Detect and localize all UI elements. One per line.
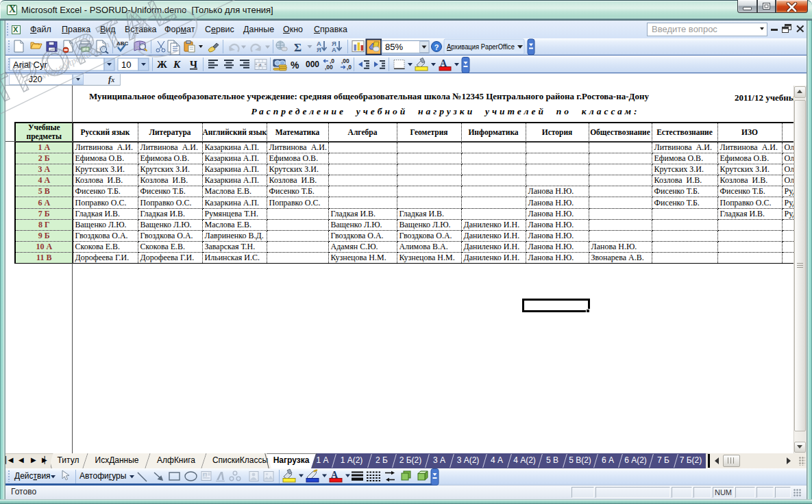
svg-text:Архивация PaperOffice: Архивация PaperOffice xyxy=(447,42,515,51)
svg-text:А: А xyxy=(204,473,207,478)
svg-text:Действия: Действия xyxy=(14,471,51,481)
svg-text:Я: Я xyxy=(317,46,321,53)
svg-text:К: К xyxy=(173,59,181,70)
svg-text:000: 000 xyxy=(306,60,319,69)
svg-text:А: А xyxy=(332,46,336,53)
svg-text:а: а xyxy=(259,61,262,68)
svg-text:85%: 85% xyxy=(385,42,403,52)
svg-text:Σ: Σ xyxy=(294,41,302,54)
svg-text:Ж: Ж xyxy=(157,59,167,70)
svg-text:Ч: Ч xyxy=(190,59,197,70)
svg-text:%: % xyxy=(291,60,299,71)
svg-text:,0: ,0 xyxy=(347,64,352,71)
svg-text:Автофигуры: Автофигуры xyxy=(79,471,126,481)
svg-text:10: 10 xyxy=(121,60,131,70)
svg-text:,00: ,00 xyxy=(325,64,333,71)
svg-text:ABC: ABC xyxy=(116,40,129,47)
svg-text:?: ? xyxy=(434,43,439,51)
svg-text:Arial Cyr: Arial Cyr xyxy=(13,60,48,70)
